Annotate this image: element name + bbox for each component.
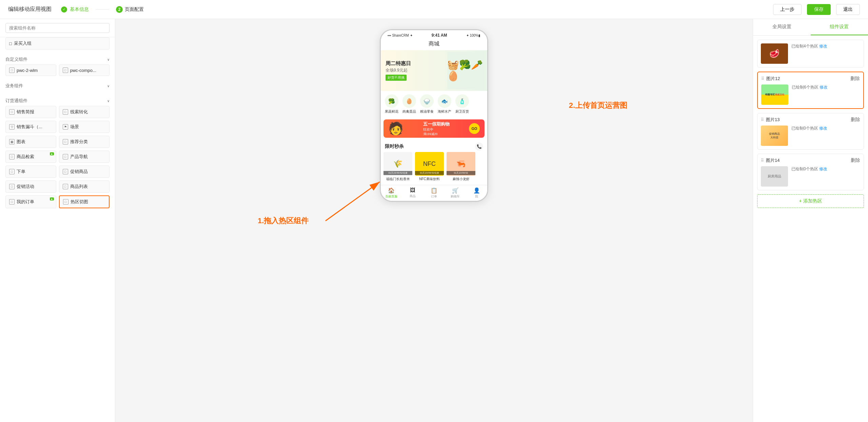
annotation-step1: 1.拖入热区组件 [258,216,309,226]
img-13-thumbnail: 促销商品大特卖 [761,126,788,146]
banner-image: 🧺🥦🥕🥚 [447,52,485,89]
product-card-1[interactable]: NFC 01天23:59:52结束 NFC果味饮料 [415,152,444,181]
img-card-12-body: 特惠专区 满减活动 已绘制6个热区 修改 [761,84,860,105]
sidebar-item-promo-product[interactable]: □ 促销商品 [59,166,110,178]
order-section-header[interactable]: 订货通组件 ∨ [5,95,110,106]
product-card-0[interactable]: 🌾 01天23:59:52结束 福临门长粒香米 [383,152,412,181]
chart-label: 图表 [17,139,25,145]
tab-global[interactable]: 全局设置 [753,19,811,35]
footer-tab-me[interactable]: 👤 我 [466,185,487,201]
drag-icon-12: ⠿ [761,76,764,81]
sidebar-item-order[interactable]: □ 下单 [5,166,56,178]
category-item-3[interactable]: 🐟 海鲜水产 [436,94,453,114]
drag-icon-14: ⠿ [761,158,764,163]
beef-hotzone-count: 已绘制4个热区 [791,44,819,49]
img-14-delete[interactable]: 删除 [851,157,860,164]
step2-num: 2 [116,6,123,13]
footer-tab-home[interactable]: 🏠 当前页面 [381,185,402,201]
img-12-edit-link[interactable]: 修改 [820,85,828,90]
sidebar-item-previous[interactable]: □ 采买入组 [5,37,110,50]
img-13-preview: 促销商品大特卖 [761,126,788,146]
sidebar-section-business: 业务组件 ∨ [5,80,110,91]
search-input[interactable] [5,23,110,33]
promo-activity-label: 促销活动 [17,184,34,190]
add-hotzone-button[interactable]: + 添加热区 [757,194,864,208]
product-name-2: 麻辣小龙虾 [447,177,475,181]
phone-page-title: 商城 [381,39,487,50]
promo-go-button[interactable]: GO [469,123,480,134]
sidebar-item-sales-report[interactable]: □ 销售简报 [5,106,56,118]
header: 编辑移动应用视图 ✓ 基本信息 2 页面配置 上一步 保存 退出 [0,0,868,19]
category-icon-3: 🐟 [438,94,451,108]
phone-contact-icon[interactable]: 📞 [475,142,483,151]
prev-label: 采买入组 [14,40,32,46]
back-button[interactable]: 上一步 [773,4,802,15]
custom-arrow-icon: ∨ [107,58,110,61]
save-button[interactable]: 保存 [807,4,831,15]
product-emoji-2: 🦐 [456,159,466,168]
tab-component[interactable]: 组件设置 [811,19,868,35]
category-item-0[interactable]: 🥦 果蔬鲜花 [383,94,400,114]
sidebar-item-lead-convert[interactable]: □ 线索转化 [59,106,110,118]
right-panel-content: 🥩 已绘制4个热区 修改 ⠿ 图片12 删除 [753,36,868,422]
product-card-2[interactable]: 🦐 01天23:59:52 麻辣小龙虾 [447,152,475,181]
step2-label: 页面配置 [125,6,144,13]
business-section-header[interactable]: 业务组件 ∨ [5,80,110,91]
img-12-delete[interactable]: 删除 [850,76,860,82]
scene-icon: ⚑ [63,124,68,130]
img-13-edit-link[interactable]: 修改 [819,126,827,131]
sidebar-item-chart[interactable]: ▦ 图表 [5,136,56,148]
category-item-4[interactable]: 🧴 厨卫百货 [454,94,470,114]
footer-tab-order[interactable]: 📋 订单 [423,185,445,201]
img-13-delete[interactable]: 删除 [851,117,860,123]
page-title: 编辑移动应用视图 [8,6,52,13]
beef-edit-link[interactable]: 修改 [819,44,827,49]
category-item-1[interactable]: 🥚 肉禽蛋品 [401,94,417,114]
sidebar-item-product-search[interactable]: □ 商品检索 ▲ [5,151,56,163]
footer-tab-me-label: 我 [475,194,478,199]
category-icon-1: 🥚 [402,94,416,108]
step2: 2 页面配置 [116,6,144,13]
img-card-13-header: ⠿ 图片13 删除 [761,117,860,123]
footer-tab-product[interactable]: 🖼 商品 [402,185,423,201]
product-emoji-0: 🌾 [393,159,402,168]
sidebar-item-my-order[interactable]: □ 我的订单 ▲ [5,195,56,208]
order-section-label: 订货通组件 [5,98,27,104]
promo-character: 🧑 [388,121,403,136]
sidebar-section-order: 订货通组件 ∨ □ 销售简报 □ 线索转化 ▽ 销售漏斗（... [5,95,110,208]
exit-button[interactable]: 退出 [836,4,860,15]
step-divider [96,9,109,9]
sidebar-item-recommend-category[interactable]: □ 推荐分类 [59,136,110,148]
sidebar-item-scene[interactable]: ⚑ 场景 [59,121,110,133]
phone-frame: ▪▪▪ ShareCRM ✦ 9:41 AM ✦ 100%▮ 商城 周二特惠日 … [380,29,488,202]
img-card-12-header: ⠿ 图片12 删除 [761,76,860,82]
img-card-12-selected: ⠿ 图片12 删除 特惠专区 满减活动 已绘制6个热区 修改 [757,72,864,109]
img-card-13: ⠿ 图片13 删除 促销商品大特卖 已绘制0个热区 修改 [757,113,864,150]
cart-icon: 🛒 [452,187,459,194]
img-card-beef-body: 🥩 已绘制4个热区 修改 [761,43,860,64]
sidebar-item-pwc2[interactable]: □ pwc-compo... [59,64,110,76]
flash-sale-title: 限时秒杀 [385,143,404,150]
order-tab-icon: 📋 [431,187,437,194]
sidebar-item-sales-funnel[interactable]: ▽ 销售漏斗（... [5,121,56,133]
sidebar-item-hotzone[interactable]: □ 热区切图 [59,195,110,208]
img-13-label: 图片13 [766,117,780,123]
sidebar-item-product-list[interactable]: □ 商品列表 [59,180,110,193]
promo-product-icon: □ [63,169,68,174]
lead-convert-label: 线索转化 [70,109,88,115]
category-item-2[interactable]: 🍚 粮油零食 [419,94,435,114]
sidebar-item-promo-activity[interactable]: □ 促销活动 [5,180,56,193]
pwc1-icon: □ [9,68,15,73]
custom-section-header[interactable]: 自定义组件 ∨ [5,54,110,64]
sidebar-item-product-nav[interactable]: □ 产品导航 [59,151,110,163]
battery-indicator: ✦ 100%▮ [466,34,480,37]
img-14-edit-link[interactable]: 修改 [819,167,827,171]
kitchen-img: 厨房用品 [761,166,788,187]
img-card-14-body: 厨房用品 已绘制0个热区 修改 [761,166,860,187]
product-emoji-1: NFC [423,160,436,168]
footer-tab-cart[interactable]: 🛒 购物车 [445,185,466,201]
custom-section-label: 自定义组件 [5,56,27,62]
promo-line1: 五一假期购物 [423,121,450,127]
footer-tab-order-label: 订单 [431,194,437,199]
sidebar-item-pwc1[interactable]: □ pwc-2-wlm [5,64,56,76]
